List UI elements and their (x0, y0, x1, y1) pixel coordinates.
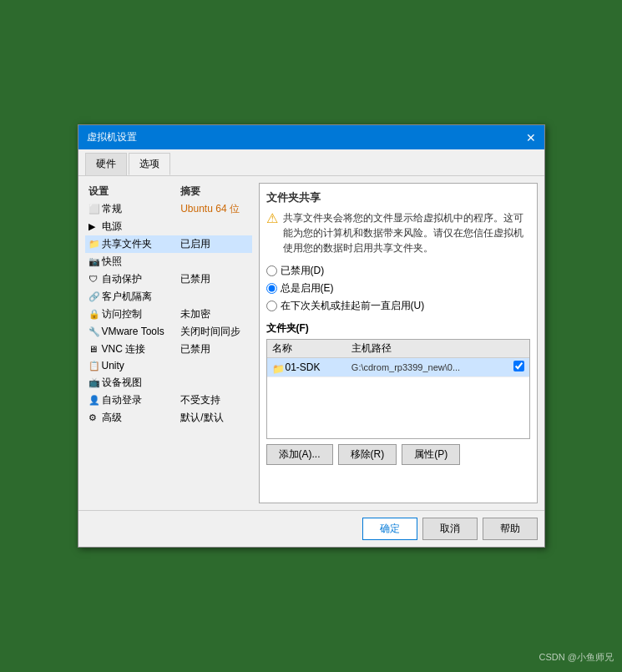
vmware-tools-icon: 🔧 (88, 326, 100, 338)
folder-col-check (508, 340, 529, 358)
radio-item: 总是启用(E) (266, 281, 530, 296)
setting-name: 🔗客户机隔离 (85, 288, 178, 306)
settings-row[interactable]: 🔒访问控制 未加密 (85, 306, 252, 323)
autoprotect-icon: 🛡 (88, 274, 100, 285)
section-title: 文件夹共享 (266, 190, 530, 205)
folder-table-wrap: 名称 主机路径 📁01-SDK G:\cdrom_rp3399_new\0... (266, 339, 530, 439)
setting-name: 🖥VNC 连接 (85, 341, 178, 358)
tab-options[interactable]: 选项 (129, 153, 170, 175)
radio-label-until_shutdown: 在下次关机或挂起前一直启用(U) (281, 299, 425, 313)
close-button[interactable]: ✕ (526, 131, 536, 144)
watermark: CSDN @小鱼师兄 (539, 651, 614, 664)
help-button[interactable]: 帮助 (483, 518, 538, 540)
settings-row[interactable]: ⬜常规 Ubuntu 64 位 (85, 200, 252, 218)
setting-name: 📷快照 (85, 253, 178, 270)
advanced-icon: ⚙ (88, 412, 100, 424)
radio-group: 已禁用(D) 总是启用(E) 在下次关机或挂起前一直启用(U) (266, 264, 530, 313)
radio-until_shutdown[interactable] (266, 301, 277, 311)
setting-name: 🛡自动保护 (85, 270, 178, 288)
content-area: 设置 摘要 ⬜常规 Ubuntu 64 位 ▶电源 📁共享文件夹 已启用 📷快照… (78, 176, 544, 510)
title-bar: 虚拟机设置 ✕ (78, 125, 544, 149)
radio-label-disabled: 已禁用(D) (281, 264, 325, 278)
settings-row[interactable]: 🖥VNC 连接 已禁用 (85, 341, 252, 358)
folder-row[interactable]: 📁01-SDK G:\cdrom_rp3399_new\0... (267, 358, 529, 377)
vnc-icon: 🖥 (88, 344, 100, 356)
guest-isolation-icon: 🔗 (88, 291, 100, 303)
right-panel: 文件夹共享 ⚠ 共享文件夹会将您的文件显示给虚拟机中的程序。这可能为您的计算机和… (259, 183, 538, 503)
setting-summary: 关闭时间同步 (177, 323, 251, 341)
confirm-button[interactable]: 确定 (362, 518, 417, 540)
power-icon: ▶ (88, 221, 100, 233)
dialog-title: 虚拟机设置 (87, 130, 137, 144)
remove-button[interactable]: 移除(R) (338, 444, 397, 465)
tab-hardware[interactable]: 硬件 (85, 153, 127, 175)
setting-summary (177, 253, 251, 270)
settings-row[interactable]: 📋Unity (85, 358, 252, 374)
settings-row[interactable]: 📁共享文件夹 已启用 (85, 235, 252, 253)
setting-name: ⬜常规 (85, 200, 178, 218)
settings-row[interactable]: 🛡自动保护 已禁用 (85, 270, 252, 288)
radio-disabled[interactable] (266, 265, 277, 276)
setting-name: 📁共享文件夹 (85, 235, 178, 253)
snapshot-icon: 📷 (88, 256, 100, 268)
folder-label: 文件夹(F) (266, 321, 530, 336)
main-dialog: 虚拟机设置 ✕ 硬件 选项 设置 摘要 ⬜常规 Ubuntu 64 位 (78, 124, 545, 548)
setting-summary: 已禁用 (177, 270, 251, 288)
setting-summary: Ubuntu 64 位 (177, 200, 251, 218)
setting-summary: 已启用 (177, 235, 251, 253)
folder-name: 📁01-SDK (267, 358, 346, 377)
folder-section: 文件夹(F) 名称 主机路径 📁01-SDK G:\cd (266, 321, 530, 465)
cancel-button[interactable]: 取消 (422, 518, 478, 540)
col-summary-header: 摘要 (177, 183, 251, 200)
settings-row[interactable]: 📷快照 (85, 253, 252, 270)
radio-item: 已禁用(D) (266, 264, 530, 278)
setting-summary (177, 288, 251, 306)
setting-name: 📋Unity (85, 358, 178, 374)
radio-label-always: 总是启用(E) (281, 281, 334, 296)
setting-name: 🔒访问控制 (85, 306, 178, 323)
settings-row[interactable]: ▶电源 (85, 218, 252, 235)
access-control-icon: 🔒 (88, 309, 100, 321)
setting-summary: 未加密 (177, 306, 251, 323)
setting-name: ▶电源 (85, 218, 178, 235)
warning-text: 共享文件夹会将您的文件显示给虚拟机中的程序。这可能为您的计算机和数据带来风险。请… (283, 210, 530, 255)
properties-button[interactable]: 属性(P) (402, 444, 460, 465)
folder-checkbox-cell (508, 358, 529, 377)
settings-row[interactable]: 🔧VMware Tools 关闭时间同步 (85, 323, 252, 341)
folder-path: G:\cdrom_rp3399_new\0... (346, 358, 508, 377)
add-button[interactable]: 添加(A)... (266, 444, 333, 465)
settings-row[interactable]: 🔗客户机隔离 (85, 288, 252, 306)
col-setting-header: 设置 (85, 183, 178, 200)
settings-list: 设置 摘要 ⬜常规 Ubuntu 64 位 ▶电源 📁共享文件夹 已启用 📷快照… (85, 183, 252, 503)
device-view-icon: 📺 (88, 377, 100, 389)
tab-bar: 硬件 选项 (78, 149, 544, 176)
setting-name: 🔧VMware Tools (85, 323, 178, 341)
unity-icon: 📋 (88, 361, 100, 372)
setting-summary: 已禁用 (177, 341, 251, 358)
folder-table: 名称 主机路径 📁01-SDK G:\cdrom_rp3399_new\0... (267, 340, 529, 377)
radio-always[interactable] (266, 283, 277, 294)
warning-box: ⚠ 共享文件夹会将您的文件显示给虚拟机中的程序。这可能为您的计算机和数据带来风险… (266, 210, 530, 255)
setting-summary: 不受支持 (177, 392, 251, 409)
folder-col-name: 名称 (267, 340, 346, 358)
warning-icon: ⚠ (266, 210, 278, 255)
folder-icon: 📁 (272, 363, 282, 373)
autologon-icon: 👤 (88, 395, 100, 407)
radio-item: 在下次关机或挂起前一直启用(U) (266, 299, 530, 313)
setting-name: 📺设备视图 (85, 374, 178, 392)
settings-row[interactable]: 📺设备视图 (85, 374, 252, 392)
setting-summary (177, 374, 251, 392)
setting-name: ⚙高级 (85, 409, 178, 427)
action-buttons: 添加(A)...移除(R)属性(P) (266, 444, 530, 465)
setting-summary (177, 218, 251, 235)
setting-name: 👤自动登录 (85, 392, 178, 409)
shared-folder-icon: 📁 (88, 239, 100, 250)
footer: 确定 取消 帮助 (78, 510, 544, 547)
general-icon: ⬜ (88, 204, 100, 215)
setting-summary (177, 358, 251, 374)
settings-row[interactable]: ⚙高级 默认/默认 (85, 409, 252, 427)
setting-summary: 默认/默认 (177, 409, 251, 427)
settings-row[interactable]: 👤自动登录 不受支持 (85, 392, 252, 409)
folder-col-path: 主机路径 (346, 340, 508, 358)
folder-enable-checkbox[interactable] (513, 361, 524, 371)
